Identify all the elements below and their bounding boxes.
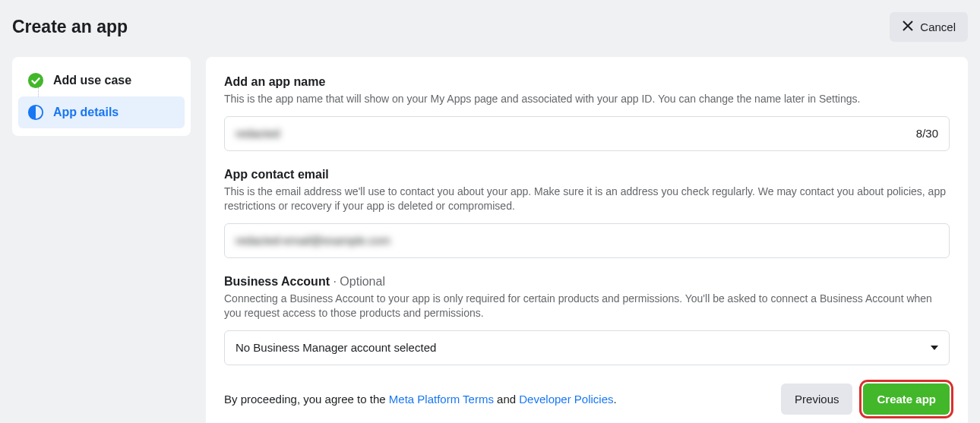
platform-terms-link[interactable]: Meta Platform Terms <box>389 393 494 406</box>
business-account-group: Business Account · Optional Connecting a… <box>224 275 950 365</box>
previous-button[interactable]: Previous <box>781 384 852 415</box>
contact-email-group: App contact email This is the email addr… <box>224 168 950 258</box>
step-label: App details <box>53 106 119 119</box>
close-icon <box>902 20 914 34</box>
app-name-desc: This is the app name that will show on y… <box>224 92 950 107</box>
business-account-label: Business Account · Optional <box>224 275 950 289</box>
create-app-button[interactable]: Create app <box>863 384 950 415</box>
contact-email-input-wrap <box>224 223 950 258</box>
contact-email-input[interactable] <box>236 234 938 247</box>
app-name-input-wrap: 8/30 <box>224 116 950 151</box>
app-name-input[interactable] <box>236 127 916 140</box>
app-name-label: Add an app name <box>224 75 950 89</box>
svg-point-0 <box>28 73 43 88</box>
business-account-desc: Connecting a Business Account to your ap… <box>224 292 950 321</box>
check-circle-icon <box>27 72 44 89</box>
step-add-use-case[interactable]: Add use case <box>18 65 185 96</box>
business-account-select[interactable]: No Business Manager account selected <box>224 330 950 365</box>
terms-text: By proceeding, you agree to the Meta Pla… <box>224 393 617 406</box>
select-value: No Business Manager account selected <box>236 341 931 354</box>
half-circle-icon <box>27 104 44 121</box>
char-count: 8/30 <box>916 127 938 140</box>
cancel-button[interactable]: Cancel <box>890 12 968 42</box>
step-label: Add use case <box>53 74 131 87</box>
app-name-group: Add an app name This is the app name tha… <box>224 75 950 151</box>
chevron-down-icon <box>931 346 938 350</box>
page-title: Create an app <box>12 17 128 37</box>
step-app-details[interactable]: App details <box>18 96 185 128</box>
optional-text: · Optional <box>330 275 385 288</box>
cancel-label: Cancel <box>920 21 956 33</box>
developer-policies-link[interactable]: Developer Policies <box>519 393 613 406</box>
contact-email-label: App contact email <box>224 168 950 182</box>
app-details-form: Add an app name This is the app name tha… <box>206 57 968 423</box>
steps-sidebar: Add use case App details <box>12 57 191 136</box>
contact-email-desc: This is the email address we'll use to c… <box>224 185 950 214</box>
